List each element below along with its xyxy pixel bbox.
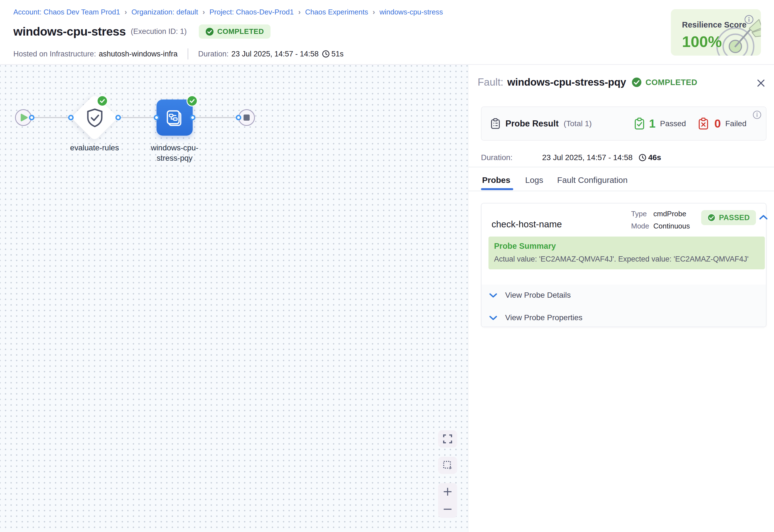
fault-node-label: windows-cpu- stress-pqy: [133, 143, 216, 163]
breadcrumb-separator: ›: [125, 8, 127, 16]
fault-success-badge: [187, 95, 198, 106]
breadcrumb-current: windows-cpu-stress: [379, 8, 443, 16]
breadcrumb-organization[interactable]: Organization: default: [132, 8, 198, 16]
breadcrumb-separator: ›: [373, 8, 375, 16]
chevron-up-icon[interactable]: [759, 215, 768, 220]
breadcrumb-separator: ›: [203, 8, 205, 16]
probe-result-card: Probe Result (Total 1) 1 Passed: [481, 106, 766, 141]
probe-type-label: Type: [631, 210, 647, 218]
probe-result-counts: 1 Passed 0 Failed: [634, 107, 746, 140]
clipboard-check-icon: [634, 118, 645, 130]
zoom-in-button[interactable]: [438, 484, 457, 499]
edge-evaluate-fault: [118, 117, 157, 118]
minus-icon: [443, 504, 453, 514]
probe-status-label: PASSED: [719, 213, 750, 222]
probe-mode-label: Mode: [631, 222, 649, 230]
breadcrumb-chaos-experiments[interactable]: Chaos Experiments: [305, 8, 368, 16]
experiment-icon: [165, 108, 184, 127]
probe-name: check-host-name: [492, 219, 562, 230]
vertical-divider: [188, 48, 188, 59]
edge-start-evaluate: [34, 117, 71, 118]
divider: [468, 191, 774, 191]
probe-result-total: (Total 1): [564, 119, 592, 128]
evaluate-rules-label: evaluate-rules: [53, 143, 136, 153]
plus-icon: [443, 487, 453, 497]
view-probe-properties-toggle[interactable]: View Probe Properties: [489, 313, 582, 322]
failed-label: Failed: [725, 119, 746, 128]
passed-count: 1: [649, 117, 656, 130]
infra-label: Hosted on Infrastructure:: [13, 50, 96, 58]
probe-result-title: Probe Result: [505, 119, 559, 129]
connector-dot: [236, 115, 241, 120]
title-row: windows-cpu-stress (Execution ID: 1) COM…: [13, 24, 271, 39]
edge-fault-end: [193, 117, 239, 118]
status-badge: COMPLETED: [199, 24, 271, 39]
view-probe-details-label: View Probe Details: [505, 291, 571, 300]
probe-status-badge: PASSED: [701, 210, 756, 225]
tab-logs[interactable]: Logs: [525, 175, 543, 185]
tab-fault-configuration[interactable]: Fault Configuration: [557, 175, 627, 185]
duration-label: Duration:: [198, 50, 229, 58]
probe-card-footer: View Probe Details View Probe Properties: [482, 285, 766, 327]
probe-card: check-host-name Type cmdProbe Mode Conti…: [481, 203, 766, 327]
tab-probes[interactable]: Probes: [482, 175, 510, 185]
selection-tool-button[interactable]: [438, 457, 457, 474]
duration-seconds: 51s: [331, 50, 344, 58]
check-circle-icon: [632, 77, 642, 87]
zoom-controls: [438, 483, 457, 518]
probe-summary-box: Probe Summary Actual value: 'EC2AMAZ-QMV…: [488, 237, 765, 269]
info-icon[interactable]: [744, 15, 754, 25]
active-tab-underline: [481, 188, 513, 190]
connector-dot: [190, 115, 195, 120]
probe-summary-text: Actual value: 'EC2AMAZ-QMVAF4J'. Expecte…: [494, 255, 748, 263]
check-circle-icon: [205, 28, 214, 36]
probe-mode-value: Continuous: [653, 222, 690, 230]
pipeline-canvas[interactable]: evaluate-rules windows-cpu- stress-pqy: [0, 65, 468, 532]
passed-label: Passed: [660, 119, 686, 128]
view-probe-details-toggle[interactable]: View Probe Details: [489, 291, 571, 300]
duration-value: 23 Jul 2025, 14:57 - 14:58: [231, 50, 319, 58]
breadcrumb-account[interactable]: Account: Chaos Dev Team Prod1: [13, 8, 120, 16]
chevron-down-icon: [489, 315, 497, 320]
shield-check-icon: [86, 108, 104, 129]
view-probe-properties-label: View Probe Properties: [505, 313, 582, 322]
selection-box-icon: [443, 460, 453, 470]
connector-dot: [29, 115, 34, 120]
fault-node[interactable]: [157, 100, 193, 136]
close-icon[interactable]: [755, 78, 766, 90]
fault-details-panel: Fault: windows-cpu-stress-pqy COMPLETED: [468, 65, 774, 532]
chaos-experiment-page: Account: Chaos Dev Team Prod1 › Organiza…: [0, 0, 774, 532]
fault-duration-row: Duration: 23 Jul 2025, 14:57 - 14:58 46s: [481, 153, 661, 162]
execution-id: (Execution ID: 1): [131, 27, 187, 36]
info-icon[interactable]: [753, 110, 761, 120]
failed-count: 0: [714, 117, 721, 130]
infra-value: ashutosh-windows-infra: [99, 50, 178, 58]
probe-result-left: Probe Result (Total 1): [490, 107, 592, 140]
fault-status-label: COMPLETED: [646, 78, 698, 87]
resilience-score-value: 100%: [682, 33, 722, 51]
resilience-score-card: Resilience Score 100%: [671, 9, 761, 56]
divider: [468, 167, 774, 167]
zoom-out-button[interactable]: [438, 501, 457, 517]
check-circle-icon: [707, 213, 716, 222]
fault-duration-value: 23 Jul 2025, 14:57 - 14:58: [542, 153, 632, 162]
stop-icon: [244, 115, 250, 121]
breadcrumb-separator: ›: [298, 8, 301, 16]
breadcrumb-project[interactable]: Project: Chaos-Dev-Prod1: [209, 8, 294, 16]
fault-label: Fault:: [478, 76, 503, 88]
resilience-score-label: Resilience Score: [682, 20, 746, 29]
play-icon: [21, 114, 28, 121]
connector-dot: [115, 115, 121, 120]
fault-duration-label: Duration:: [481, 153, 542, 162]
fullscreen-button[interactable]: [438, 430, 457, 448]
fault-duration-seconds: 46s: [648, 153, 661, 162]
clipboard-icon: [490, 118, 500, 129]
clock-icon: [322, 50, 330, 58]
page-header: Account: Chaos Dev Team Prod1 › Organiza…: [0, 0, 774, 65]
fullscreen-icon: [443, 434, 452, 444]
page-title: windows-cpu-stress: [13, 25, 126, 38]
fault-header: Fault: windows-cpu-stress-pqy COMPLETED: [478, 76, 697, 88]
clipboard-x-icon: [698, 118, 709, 130]
fault-name: windows-cpu-stress-pqy: [507, 76, 626, 88]
probe-summary-title: Probe Summary: [494, 242, 556, 251]
